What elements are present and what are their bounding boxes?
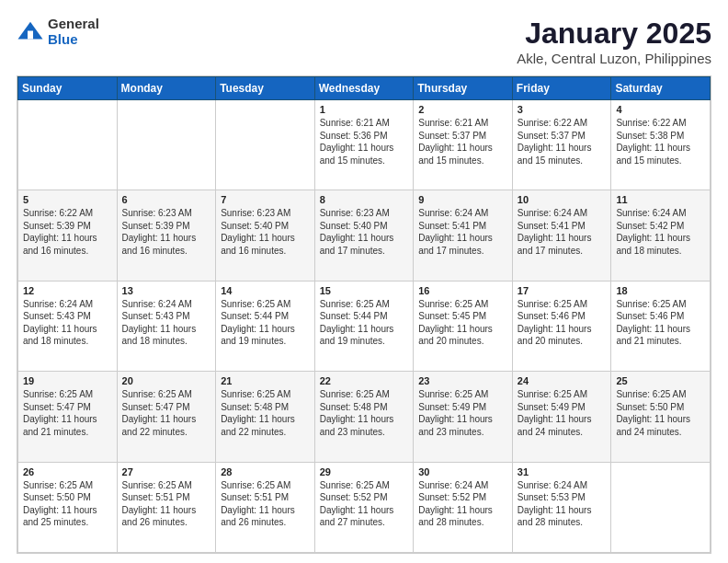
day-number: 26 (23, 466, 112, 477)
col-saturday: Saturday (611, 77, 711, 100)
calendar-cell: 22Sunrise: 6:25 AM Sunset: 5:48 PM Dayli… (314, 372, 414, 462)
calendar-week-1: 1Sunrise: 6:21 AM Sunset: 5:36 PM Daylig… (18, 100, 711, 190)
calendar-cell: 6Sunrise: 6:23 AM Sunset: 5:39 PM Daylig… (117, 190, 216, 281)
calendar-cell: 18Sunrise: 6:25 AM Sunset: 5:46 PM Dayli… (611, 281, 711, 371)
calendar-cell: 29Sunrise: 6:25 AM Sunset: 5:52 PM Dayli… (314, 462, 414, 552)
day-info: Sunrise: 6:23 AM Sunset: 5:40 PM Dayligh… (320, 207, 409, 257)
day-info: Sunrise: 6:25 AM Sunset: 5:45 PM Dayligh… (418, 298, 507, 348)
day-info: Sunrise: 6:23 AM Sunset: 5:39 PM Dayligh… (122, 207, 211, 257)
calendar-cell: 30Sunrise: 6:24 AM Sunset: 5:52 PM Dayli… (414, 462, 513, 552)
day-info: Sunrise: 6:24 AM Sunset: 5:42 PM Dayligh… (616, 207, 705, 257)
calendar-week-4: 19Sunrise: 6:25 AM Sunset: 5:47 PM Dayli… (18, 372, 711, 462)
day-number: 23 (418, 375, 507, 386)
day-info: Sunrise: 6:25 AM Sunset: 5:47 PM Dayligh… (23, 388, 112, 438)
day-info: Sunrise: 6:24 AM Sunset: 5:41 PM Dayligh… (418, 207, 507, 257)
calendar-cell: 19Sunrise: 6:25 AM Sunset: 5:47 PM Dayli… (18, 372, 118, 462)
day-number: 12 (23, 285, 112, 296)
calendar-cell: 12Sunrise: 6:24 AM Sunset: 5:43 PM Dayli… (18, 281, 118, 371)
day-info: Sunrise: 6:24 AM Sunset: 5:41 PM Dayligh… (518, 207, 607, 257)
calendar-week-5: 26Sunrise: 6:25 AM Sunset: 5:50 PM Dayli… (18, 462, 711, 552)
calendar-cell: 4Sunrise: 6:22 AM Sunset: 5:38 PM Daylig… (611, 100, 711, 190)
day-info: Sunrise: 6:22 AM Sunset: 5:37 PM Dayligh… (518, 117, 607, 167)
svg-rect-1 (28, 30, 33, 39)
calendar-cell (18, 100, 118, 190)
calendar-cell: 13Sunrise: 6:24 AM Sunset: 5:43 PM Dayli… (117, 281, 216, 371)
calendar-cell: 2Sunrise: 6:21 AM Sunset: 5:37 PM Daylig… (414, 100, 513, 190)
col-sunday: Sunday (18, 77, 118, 100)
day-info: Sunrise: 6:25 AM Sunset: 5:50 PM Dayligh… (23, 479, 112, 529)
day-number: 11 (616, 194, 705, 205)
day-info: Sunrise: 6:25 AM Sunset: 5:49 PM Dayligh… (418, 388, 507, 438)
day-number: 10 (518, 194, 607, 205)
day-info: Sunrise: 6:25 AM Sunset: 5:49 PM Dayligh… (518, 388, 607, 438)
calendar-cell: 3Sunrise: 6:22 AM Sunset: 5:37 PM Daylig… (512, 100, 611, 190)
day-info: Sunrise: 6:25 AM Sunset: 5:48 PM Dayligh… (320, 388, 409, 438)
day-number: 22 (320, 375, 409, 386)
col-thursday: Thursday (414, 77, 513, 100)
day-number: 20 (122, 375, 211, 386)
day-info: Sunrise: 6:25 AM Sunset: 5:48 PM Dayligh… (221, 388, 310, 438)
day-number: 30 (418, 466, 507, 477)
day-info: Sunrise: 6:25 AM Sunset: 5:44 PM Dayligh… (320, 298, 409, 348)
calendar-cell: 26Sunrise: 6:25 AM Sunset: 5:50 PM Dayli… (18, 462, 118, 552)
header-row: Sunday Monday Tuesday Wednesday Thursday… (18, 77, 711, 100)
day-number: 6 (122, 194, 211, 205)
day-number: 17 (518, 285, 607, 296)
day-number: 15 (320, 285, 409, 296)
calendar-cell: 11Sunrise: 6:24 AM Sunset: 5:42 PM Dayli… (611, 190, 711, 281)
day-info: Sunrise: 6:25 AM Sunset: 5:44 PM Dayligh… (221, 298, 310, 348)
day-number: 4 (616, 104, 705, 115)
day-info: Sunrise: 6:25 AM Sunset: 5:46 PM Dayligh… (518, 298, 607, 348)
day-info: Sunrise: 6:22 AM Sunset: 5:38 PM Dayligh… (616, 117, 705, 167)
day-info: Sunrise: 6:25 AM Sunset: 5:51 PM Dayligh… (122, 479, 211, 529)
day-number: 24 (518, 375, 607, 386)
calendar-cell: 5Sunrise: 6:22 AM Sunset: 5:39 PM Daylig… (18, 190, 118, 281)
calendar: Sunday Monday Tuesday Wednesday Thursday… (17, 75, 711, 554)
day-number: 31 (518, 466, 607, 477)
day-info: Sunrise: 6:24 AM Sunset: 5:43 PM Dayligh… (23, 298, 112, 348)
day-info: Sunrise: 6:24 AM Sunset: 5:43 PM Dayligh… (122, 298, 211, 348)
calendar-cell: 21Sunrise: 6:25 AM Sunset: 5:48 PM Dayli… (216, 372, 315, 462)
day-info: Sunrise: 6:21 AM Sunset: 5:37 PM Dayligh… (418, 117, 507, 167)
day-info: Sunrise: 6:25 AM Sunset: 5:51 PM Dayligh… (221, 479, 310, 529)
page: General Blue January 2025 Akle, Central … (0, 0, 728, 563)
page-subtitle: Akle, Central Luzon, Philippines (517, 51, 711, 66)
calendar-cell: 7Sunrise: 6:23 AM Sunset: 5:40 PM Daylig… (216, 190, 315, 281)
day-info: Sunrise: 6:24 AM Sunset: 5:52 PM Dayligh… (418, 479, 507, 529)
day-info: Sunrise: 6:25 AM Sunset: 5:52 PM Dayligh… (320, 479, 409, 529)
day-number: 1 (320, 104, 409, 115)
calendar-cell: 17Sunrise: 6:25 AM Sunset: 5:46 PM Dayli… (512, 281, 611, 371)
logo-icon (17, 18, 44, 46)
day-number: 18 (616, 285, 705, 296)
day-info: Sunrise: 6:24 AM Sunset: 5:53 PM Dayligh… (518, 479, 607, 529)
calendar-cell: 23Sunrise: 6:25 AM Sunset: 5:49 PM Dayli… (414, 372, 513, 462)
calendar-cell: 10Sunrise: 6:24 AM Sunset: 5:41 PM Dayli… (512, 190, 611, 281)
day-number: 28 (221, 466, 310, 477)
day-number: 16 (418, 285, 507, 296)
calendar-header: Sunday Monday Tuesday Wednesday Thursday… (18, 77, 711, 100)
title-block: January 2025 Akle, Central Luzon, Philip… (517, 17, 711, 66)
calendar-cell: 27Sunrise: 6:25 AM Sunset: 5:51 PM Dayli… (117, 462, 216, 552)
calendar-cell: 9Sunrise: 6:24 AM Sunset: 5:41 PM Daylig… (414, 190, 513, 281)
col-wednesday: Wednesday (314, 77, 414, 100)
col-tuesday: Tuesday (216, 77, 315, 100)
day-number: 5 (23, 194, 112, 205)
calendar-table: Sunday Monday Tuesday Wednesday Thursday… (17, 76, 711, 553)
calendar-cell: 1Sunrise: 6:21 AM Sunset: 5:36 PM Daylig… (314, 100, 414, 190)
logo-text: General Blue (48, 17, 99, 47)
calendar-cell (216, 100, 315, 190)
calendar-cell: 8Sunrise: 6:23 AM Sunset: 5:40 PM Daylig… (314, 190, 414, 281)
calendar-cell: 25Sunrise: 6:25 AM Sunset: 5:50 PM Dayli… (611, 372, 711, 462)
calendar-body: 1Sunrise: 6:21 AM Sunset: 5:36 PM Daylig… (18, 100, 711, 553)
calendar-cell: 16Sunrise: 6:25 AM Sunset: 5:45 PM Dayli… (414, 281, 513, 371)
day-info: Sunrise: 6:25 AM Sunset: 5:47 PM Dayligh… (122, 388, 211, 438)
calendar-cell (117, 100, 216, 190)
day-info: Sunrise: 6:25 AM Sunset: 5:50 PM Dayligh… (616, 388, 705, 438)
day-number: 14 (221, 285, 310, 296)
day-number: 3 (518, 104, 607, 115)
calendar-cell: 20Sunrise: 6:25 AM Sunset: 5:47 PM Dayli… (117, 372, 216, 462)
calendar-week-3: 12Sunrise: 6:24 AM Sunset: 5:43 PM Dayli… (18, 281, 711, 371)
page-title: January 2025 (517, 17, 711, 51)
calendar-week-2: 5Sunrise: 6:22 AM Sunset: 5:39 PM Daylig… (18, 190, 711, 281)
calendar-cell: 31Sunrise: 6:24 AM Sunset: 5:53 PM Dayli… (512, 462, 611, 552)
